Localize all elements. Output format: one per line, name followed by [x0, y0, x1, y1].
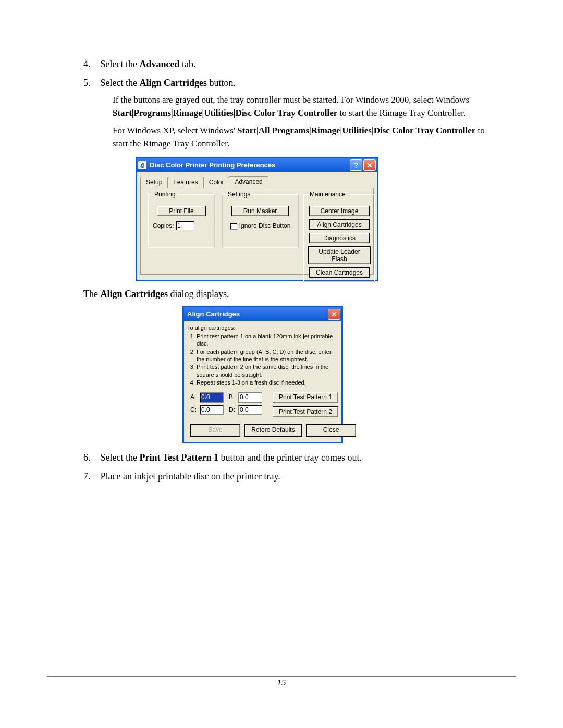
print-test-pattern-2-button[interactable]: Print Test Pattern 2	[273, 406, 338, 418]
align-cartridges-dialog: Align Cartridges ✕ To align cartridges: …	[182, 306, 500, 443]
mid-paragraph: The Align Cartridges dialog displays.	[83, 289, 500, 300]
diagnostics-button[interactable]: Diagnostics	[309, 233, 370, 243]
step-4: 4. Select the Advanced tab.	[98, 57, 500, 71]
page-number: 15	[0, 677, 563, 688]
step-4-number: 4.	[83, 57, 98, 71]
align-titlebar[interactable]: Align Cartridges ✕	[184, 307, 341, 321]
close-dialog-button[interactable]: Close	[306, 424, 356, 437]
copies-label: Copies:	[153, 222, 174, 229]
group-maintenance-legend: Maintenance	[308, 191, 347, 198]
group-printing-legend: Printing	[153, 191, 177, 198]
group-settings: Settings Run Masker Ignore Disc Button	[222, 194, 299, 248]
step-6-number: 6.	[83, 451, 98, 464]
step-5-text-c: button.	[207, 78, 236, 88]
ignore-disc-checkbox[interactable]	[230, 223, 237, 230]
label-c: C:	[190, 406, 200, 414]
align-title-text: Align Cartridges	[185, 310, 327, 318]
step-5-note-1: If the buttons are grayed out, the tray …	[113, 94, 500, 119]
step-5-text-b: Align Cartridges	[139, 78, 207, 88]
instruction-list-cont: 6. Select the Print Test Pattern 1 butto…	[83, 451, 500, 483]
preferences-window: ⎙ Disc Color Printer Printing Preference…	[136, 157, 500, 281]
input-b[interactable]: 0.0	[238, 392, 262, 403]
close-button[interactable]: ✕	[363, 159, 376, 171]
clean-cartridges-button[interactable]: Clean Cartridges	[309, 267, 370, 278]
footer-separator	[47, 676, 516, 677]
step-5: 5. Select the Align Cartridges button. I…	[98, 76, 500, 151]
instruction-list: 4. Select the Advanced tab. 5. Select th…	[83, 57, 500, 151]
input-a[interactable]: 0.0	[200, 392, 224, 403]
align-cartridges-button[interactable]: Align Cartridges	[309, 219, 370, 230]
group-maintenance: Maintenance Center Image Align Cartridge…	[303, 194, 375, 282]
tab-color[interactable]: Color	[203, 177, 230, 188]
run-masker-button[interactable]: Run Masker	[231, 206, 289, 216]
align-close-button[interactable]: ✕	[328, 309, 340, 320]
preferences-title-text: Disc Color Printer Printing Preferences	[150, 161, 349, 169]
copies-input[interactable]: 1	[176, 221, 194, 230]
step-7: 7. Place an inkjet printable disc on the…	[98, 470, 500, 483]
step-4-text-b: Advanced	[139, 59, 179, 69]
update-loader-button[interactable]: Update Loader Flash	[308, 246, 371, 264]
restore-defaults-button[interactable]: Retore Defaults	[244, 424, 302, 437]
tab-features[interactable]: Features	[167, 177, 203, 188]
align-step-3: Print test pattern 2 on the same disc, t…	[197, 363, 338, 378]
input-d[interactable]: 0.0	[238, 405, 262, 415]
group-settings-legend: Settings	[226, 191, 252, 198]
group-printing: Printing Print File Copies: 1	[148, 194, 215, 248]
printer-icon: ⎙	[138, 161, 146, 169]
ignore-disc-label: Ignore Disc Button	[239, 222, 291, 229]
align-steps: Print test pattern 1 on a blank 120mm in…	[197, 332, 338, 386]
print-test-pattern-1-button[interactable]: Print Test Pattern 1	[273, 392, 338, 403]
save-button[interactable]: Save	[190, 424, 240, 437]
step-5-note-2: For Windows XP, select Windows' Start|Al…	[113, 125, 500, 150]
step-4-text-a: Select the	[101, 59, 140, 69]
align-step-4: Repeat steps 1-3 on a fresh disc if need…	[197, 379, 338, 386]
help-button[interactable]: ?	[350, 159, 362, 171]
step-4-text-c: tab.	[180, 59, 196, 69]
step-5-text-a: Select the	[101, 78, 140, 88]
label-b: B:	[229, 393, 238, 402]
align-step-1: Print test pattern 1 on a blank 120mm in…	[197, 332, 338, 348]
step-6: 6. Select the Print Test Pattern 1 butto…	[98, 451, 500, 464]
preferences-titlebar[interactable]: ⎙ Disc Color Printer Printing Preference…	[137, 158, 377, 172]
label-d: D:	[229, 406, 238, 414]
tab-advanced[interactable]: Advanced	[229, 176, 268, 188]
tab-setup[interactable]: Setup	[140, 177, 168, 188]
step-5-number: 5.	[83, 76, 98, 90]
step-7-number: 7.	[83, 470, 98, 483]
print-file-button[interactable]: Print File	[157, 206, 206, 216]
label-a: A:	[190, 393, 200, 402]
align-step-2: For each pattern group (A, B, C, D) on t…	[197, 348, 338, 363]
input-c[interactable]: 0.0	[200, 405, 224, 415]
align-intro: To align cartridges:	[187, 324, 338, 331]
center-image-button[interactable]: Center Image	[309, 206, 370, 216]
